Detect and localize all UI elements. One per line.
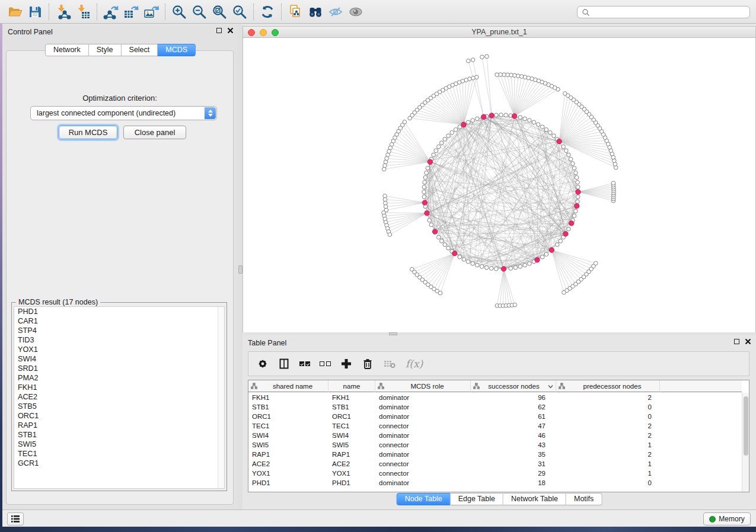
show-columns-icon[interactable] <box>278 358 290 370</box>
float-panel-icon[interactable] <box>216 28 222 33</box>
import-network-icon[interactable] <box>53 2 73 21</box>
vertical-splitter[interactable] <box>238 24 243 509</box>
cell-mcds_role: dominator <box>375 402 471 412</box>
mcds-result-item[interactable]: PMA2 <box>14 373 224 383</box>
network-graph[interactable] <box>243 38 756 333</box>
table-scrollbar[interactable] <box>742 393 749 492</box>
tab-select[interactable]: Select <box>122 44 158 56</box>
mcds-result-item[interactable]: YOX1 <box>14 345 224 354</box>
zoom-in-icon[interactable] <box>169 2 189 21</box>
column-header-name[interactable]: name <box>328 380 375 392</box>
zoom-selected-icon[interactable] <box>229 2 250 21</box>
mcds-result-item[interactable]: SWI5 <box>14 440 224 449</box>
column-header-successor-nodes[interactable]: successor nodes <box>471 380 556 392</box>
select-all-checkboxes-icon[interactable] <box>299 361 310 366</box>
mcds-result-item[interactable]: ACE2 <box>14 392 224 402</box>
cell-shared_name: TEC1 <box>248 421 328 431</box>
tab-node-table[interactable]: Node Table <box>397 493 451 505</box>
table-options-gear-icon[interactable] <box>257 358 269 370</box>
tab-edge-table[interactable]: Edge Table <box>451 493 503 505</box>
column-namespace-icon <box>473 383 480 389</box>
criterion-dropdown[interactable]: largest connected component (undirected) <box>30 106 217 120</box>
export-image-icon[interactable] <box>141 2 161 21</box>
hide-selected-eye-slash-icon[interactable] <box>326 2 346 21</box>
find-binoculars-icon[interactable] <box>305 2 326 21</box>
search-field[interactable] <box>577 6 750 18</box>
column-namespace-icon <box>251 383 257 389</box>
export-network-icon[interactable] <box>101 2 121 21</box>
mcds-result-item[interactable]: STB1 <box>14 430 224 440</box>
memory-button[interactable]: Memory <box>703 512 751 525</box>
cell-name: FKH1 <box>328 393 375 402</box>
mcds-result-item[interactable]: STP4 <box>14 326 224 335</box>
tab-network-table[interactable]: Network Table <box>503 493 566 505</box>
mcds-result-item[interactable]: PHD1 <box>14 307 224 316</box>
splitter-grip[interactable] <box>238 265 243 274</box>
tab-network[interactable]: Network <box>45 44 89 56</box>
close-panel-icon[interactable] <box>227 27 234 34</box>
scrollbar-thumb[interactable] <box>744 396 748 456</box>
zoom-out-icon[interactable] <box>189 2 209 21</box>
search-input[interactable] <box>590 7 749 17</box>
tab-motifs[interactable]: Motifs <box>566 493 602 505</box>
row-details-button[interactable] <box>7 512 24 525</box>
cell-successor_nodes: 29 <box>471 469 556 478</box>
table-row-SWI5[interactable]: SWI5SWI5connector431 <box>248 440 742 450</box>
mcds-result-item[interactable]: ORC1 <box>14 411 224 421</box>
table-row-ORC1[interactable]: ORC1ORC1dominator610 <box>248 412 742 421</box>
column-header-predecessor-nodes[interactable]: predecessor nodes <box>556 380 660 392</box>
run-mcds-button[interactable]: Run MCDS <box>59 126 117 139</box>
cell-name: YOX1 <box>328 469 375 478</box>
cell-shared_name: PHD1 <box>248 478 328 488</box>
show-all-eye-icon[interactable] <box>346 2 366 21</box>
mcds-result-item[interactable]: TID3 <box>14 335 224 345</box>
mcds-result-item[interactable]: SRD1 <box>14 364 224 373</box>
duplicate-network-icon[interactable] <box>285 2 305 21</box>
table-header-row: shared namenameMCDS rolesuccessor nodesp… <box>248 380 742 392</box>
open-file-icon[interactable] <box>5 2 25 21</box>
table-row-YOX1[interactable]: YOX1YOX1connector291 <box>248 469 742 478</box>
table-toolbar: f(x) <box>248 351 749 376</box>
cell-mcds_role: dominator <box>375 431 471 440</box>
import-table-icon[interactable] <box>73 2 93 21</box>
table-row-STB1[interactable]: STB1STB1dominator620 <box>248 402 742 412</box>
network-window-titlebar[interactable]: YPA_prune.txt_1 <box>243 27 755 38</box>
mcds-result-item[interactable]: STB5 <box>14 402 224 411</box>
mcds-result-item[interactable]: TEC1 <box>14 449 224 459</box>
refresh-view-icon[interactable] <box>257 2 277 21</box>
table-row-PHD1[interactable]: PHD1PHD1dominator180 <box>248 478 742 488</box>
table-row-TEC1[interactable]: TEC1TEC1connector472 <box>248 421 742 431</box>
delete-column-trash-icon[interactable] <box>362 358 374 370</box>
close-panel-button[interactable]: Close panel <box>123 126 186 139</box>
cell-shared_name: ACE2 <box>248 459 328 469</box>
mcds-result-item[interactable]: GCR1 <box>14 459 224 468</box>
table-row-ACE2[interactable]: ACE2ACE2connector311 <box>248 459 742 469</box>
table-panel-tabs: Node TableEdge TableNetwork TableMotifs <box>397 493 602 505</box>
zoom-fit-icon[interactable] <box>209 2 229 21</box>
deselect-all-checkboxes-icon[interactable] <box>320 361 331 366</box>
mcds-result-item[interactable]: RAP1 <box>14 421 224 430</box>
add-column-icon[interactable] <box>340 358 352 370</box>
network-canvas[interactable] <box>243 38 755 332</box>
cell-mcds_role: connector <box>375 440 471 450</box>
table-row-SWI4[interactable]: SWI4SWI4dominator462 <box>248 431 742 440</box>
cell-successor_nodes: 61 <box>471 412 556 421</box>
column-header-MCDS-role[interactable]: MCDS role <box>375 380 471 392</box>
save-session-icon[interactable] <box>25 2 45 21</box>
table-row-FKH1[interactable]: FKH1FKH1dominator962 <box>248 393 742 402</box>
table-row-RAP1[interactable]: RAP1RAP1dominator352 <box>248 450 742 459</box>
export-table-icon[interactable] <box>121 2 141 21</box>
mcds-result-list[interactable]: PHD1CAR1STP4TID3YOX1SWI4SRD1PMA2FKH1ACE2… <box>14 306 225 489</box>
close-panel-icon[interactable] <box>745 338 751 345</box>
network-window-title: YPA_prune.txt_1 <box>243 28 755 36</box>
mcds-list-scrollbar[interactable] <box>218 307 224 488</box>
mcds-result-item[interactable]: SWI4 <box>14 354 224 364</box>
mcds-result-item[interactable]: FKH1 <box>14 383 224 392</box>
tab-style[interactable]: Style <box>89 44 122 56</box>
control-panel-titlebar: Control Panel <box>2 24 238 40</box>
mcds-result-item[interactable]: CAR1 <box>14 316 224 326</box>
cell-successor_nodes: 62 <box>471 402 556 412</box>
tab-mcds[interactable]: MCDS <box>158 44 196 56</box>
column-header-shared-name[interactable]: shared name <box>248 380 328 392</box>
float-panel-icon[interactable] <box>734 339 739 344</box>
